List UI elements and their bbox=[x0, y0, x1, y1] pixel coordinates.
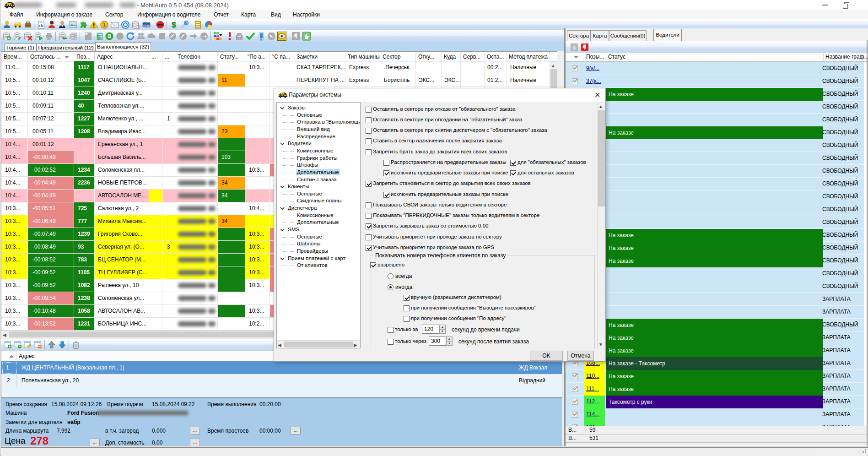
svg-text:$: $ bbox=[97, 33, 101, 41]
svg-text:1: 1 bbox=[103, 22, 106, 27]
svg-text:$: $ bbox=[172, 21, 176, 29]
